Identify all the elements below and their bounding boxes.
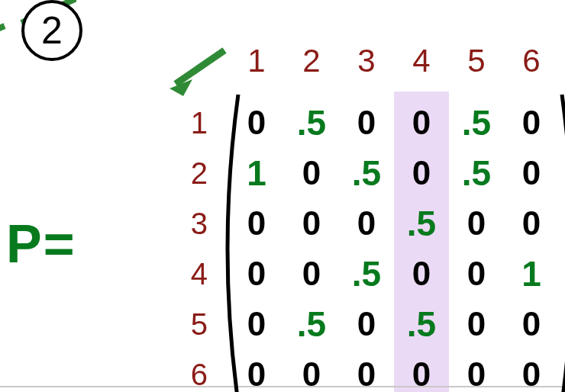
row-header: 2 xyxy=(186,148,208,198)
matrix-cell: .5 xyxy=(449,98,504,148)
matrix-cell: 0 xyxy=(339,299,394,349)
right-paren-icon xyxy=(556,92,565,392)
svg-marker-1 xyxy=(0,23,5,40)
matrix-cell: 0 xyxy=(449,299,504,349)
matrix-cell: 0 xyxy=(339,98,394,148)
col-header: 2 xyxy=(284,43,339,79)
matrix-cell: 0 xyxy=(394,148,449,198)
col-header: 3 xyxy=(339,43,394,79)
row-header: 1 xyxy=(186,98,208,148)
matrix-cell: 0 xyxy=(449,349,504,392)
matrix-cell: .5 xyxy=(394,198,449,249)
matrix-cell: 0 xyxy=(394,249,449,299)
matrix-cell: 0 xyxy=(284,148,339,198)
matrix-cell: .5 xyxy=(394,299,449,349)
col-header: 6 xyxy=(504,43,559,79)
matrix-cell: 0 xyxy=(449,249,504,299)
matrix-cell: 0 xyxy=(284,349,339,392)
matrix-cell: .5 xyxy=(339,249,394,299)
matrix-cell: 0 xyxy=(504,98,559,148)
row-header: 4 xyxy=(186,249,208,299)
matrix-cell: 0 xyxy=(504,198,559,249)
matrix-cell: 0 xyxy=(284,198,339,249)
matrix-cell: .5 xyxy=(284,299,339,349)
row-header: 5 xyxy=(186,299,208,349)
matrix-cell: 0 xyxy=(504,349,559,392)
matrix-cell: 0 xyxy=(284,249,339,299)
graph-node-2-label: 2 xyxy=(41,8,63,53)
matrix-cell: .5 xyxy=(284,98,339,148)
matrix-cell: 0 xyxy=(504,148,559,198)
row-headers: 1 2 3 4 5 6 xyxy=(186,98,208,392)
matrix-cell: 1 xyxy=(504,249,559,299)
matrix-cell: 0 xyxy=(394,349,449,392)
graph-node-2: 2 xyxy=(21,0,82,61)
col-header: 5 xyxy=(449,43,504,79)
matrix-label: P= xyxy=(6,214,76,275)
svg-marker-2 xyxy=(170,79,192,96)
matrix-cell: 0 xyxy=(339,349,394,392)
column-headers: 1 2 3 4 5 6 xyxy=(229,43,559,79)
matrix-cell: .5 xyxy=(339,148,394,198)
matrix-cell: 0 xyxy=(394,98,449,148)
left-paren-icon xyxy=(214,92,244,392)
matrix-cell: 0 xyxy=(449,198,504,249)
matrix-cell: 0 xyxy=(504,299,559,349)
matrix-cell: .5 xyxy=(449,148,504,198)
col-header: 1 xyxy=(229,43,284,79)
row-header: 3 xyxy=(186,198,208,249)
matrix-cell: 0 xyxy=(339,198,394,249)
col-header: 4 xyxy=(394,43,449,79)
matrix-body: 0.500.5010.50.50000.50000.50010.50.50000… xyxy=(229,98,559,392)
